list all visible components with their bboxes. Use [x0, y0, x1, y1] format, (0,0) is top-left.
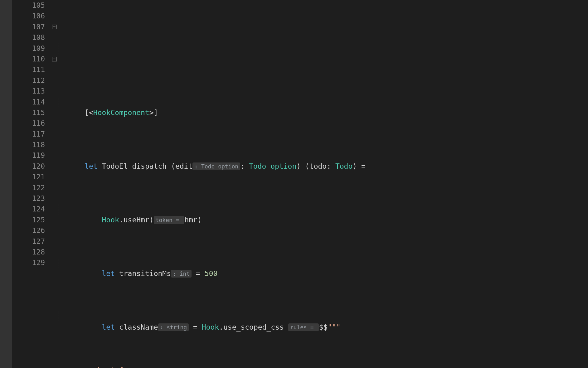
- dot: .: [119, 216, 124, 224]
- code-line[interactable]: :host {: [59, 365, 588, 368]
- line-number: 110: [18, 54, 45, 64]
- line-number: 122: [18, 182, 45, 193]
- line-number: 120: [18, 161, 45, 172]
- line-number-gutter: 1051061071081091101111121131141151161171…: [12, 0, 52, 368]
- line-number: 119: [18, 150, 45, 161]
- inlay-hint: rules =: [288, 323, 319, 331]
- function-name: use_scoped_css: [223, 323, 288, 331]
- line-number: 115: [18, 107, 45, 118]
- line-number: 124: [18, 204, 45, 214]
- type-name: Todo: [335, 162, 352, 170]
- activity-bar: [0, 0, 12, 368]
- number-literal: 500: [205, 269, 218, 278]
- line-number: 129: [18, 257, 45, 268]
- code-line[interactable]: let transitionMs: int = 500: [59, 258, 588, 268]
- keyword: let: [102, 323, 119, 331]
- folding-column: − −: [52, 0, 59, 368]
- bracket: [<: [85, 109, 93, 117]
- bracket: >]: [149, 109, 158, 117]
- line-number: 123: [18, 193, 45, 204]
- dot: .: [219, 323, 223, 331]
- function-name: useHmr: [124, 216, 149, 224]
- keyword: let: [85, 162, 102, 170]
- line-number: 106: [18, 11, 45, 21]
- colon: :: [327, 162, 335, 170]
- identifier: className: [119, 323, 158, 331]
- type-name: HookComponent: [93, 109, 149, 117]
- type-keyword: option: [270, 162, 296, 170]
- identifier: transitionMs: [119, 269, 171, 278]
- code-line[interactable]: [<HookComponent>]: [59, 97, 588, 107]
- colon: :: [240, 162, 249, 170]
- line-number: 113: [18, 86, 45, 96]
- string-content: :host {: [59, 366, 124, 368]
- line-number: 126: [18, 225, 45, 236]
- type-name: Todo: [249, 162, 270, 170]
- inlay-hint: : int: [171, 270, 192, 278]
- fold-toggle-icon[interactable]: −: [52, 57, 57, 61]
- line-number: 128: [18, 247, 45, 257]
- code-line[interactable]: Hook.useHmr(token = hmr): [59, 204, 588, 215]
- fold-toggle-icon[interactable]: −: [52, 25, 57, 29]
- line-number: 107: [18, 22, 45, 32]
- equals: =: [192, 269, 205, 278]
- code-line[interactable]: let TodoEl dispatch (edit: Todo option: …: [59, 150, 588, 161]
- line-number: 112: [18, 75, 45, 86]
- identifier: edit: [175, 162, 192, 170]
- line-number: 121: [18, 172, 45, 182]
- identifier: todo: [309, 162, 327, 170]
- inlay-hint: token =: [154, 216, 185, 224]
- identifier: TodoEl: [102, 162, 132, 170]
- inlay-hint: : string: [158, 323, 189, 331]
- line-number: 114: [18, 97, 45, 107]
- line-number: 127: [18, 236, 45, 247]
- identifier: hmr: [184, 216, 197, 224]
- keyword: let: [102, 269, 119, 278]
- line-number: 108: [18, 32, 45, 43]
- module-name: Hook: [102, 216, 119, 224]
- paren: ) =: [352, 162, 366, 170]
- interp-prefix: $$: [319, 323, 328, 331]
- module-name: Hook: [202, 323, 219, 331]
- code-editor[interactable]: 1051061071081091101111121131141151161171…: [0, 0, 588, 368]
- paren: ): [197, 216, 202, 224]
- line-number: 105: [18, 0, 45, 11]
- equals: =: [189, 323, 202, 331]
- line-number: 125: [18, 215, 45, 225]
- line-number: 116: [18, 118, 45, 128]
- paren: (: [149, 216, 154, 224]
- line-number: 111: [18, 64, 45, 75]
- code-line[interactable]: [59, 43, 588, 54]
- inlay-hint: : Todo option: [192, 162, 240, 170]
- code-line[interactable]: let className: string = Hook.use_scoped_…: [59, 311, 588, 322]
- paren: ) (: [296, 162, 309, 170]
- line-number: 118: [18, 139, 45, 150]
- paren: (: [171, 162, 175, 170]
- string-delim: """: [328, 323, 341, 331]
- line-number: 117: [18, 129, 45, 139]
- identifier: dispatch: [132, 162, 171, 170]
- line-number: 109: [18, 43, 45, 54]
- code-content[interactable]: [<HookComponent>] let TodoEl dispatch (e…: [59, 0, 588, 368]
